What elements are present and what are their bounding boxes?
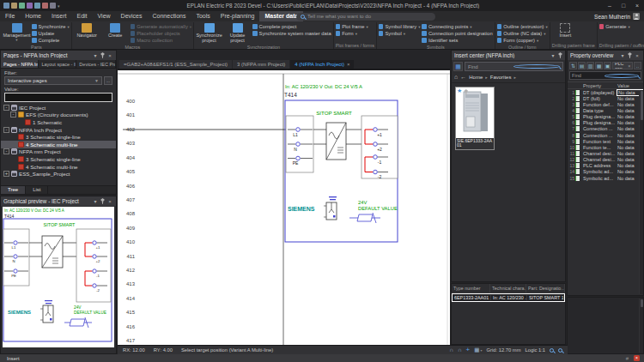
property-row[interactable]: 4Data typeNo data <box>568 107 643 113</box>
property-row[interactable]: 7Connection ...No data <box>568 126 643 132</box>
save-icon[interactable] <box>19 3 25 9</box>
generate-button[interactable]: Generate▾ <box>599 23 630 30</box>
property-row[interactable]: 1DT (displayed)No data <box>568 89 643 95</box>
copy-icon[interactable]: ▥ <box>586 62 594 69</box>
filter-select[interactable]: Interactive pages ▼ <box>4 76 102 85</box>
home-icon[interactable]: ⌂ <box>454 74 458 81</box>
menu-tab-connections[interactable]: Connections <box>148 11 191 21</box>
menu-tab-insert[interactable]: Insert <box>46 11 72 21</box>
pin-icon[interactable] <box>100 52 105 58</box>
insert-center-view-icon[interactable]: ▦ <box>453 62 463 71</box>
tree-item[interactable]: -NFPA Inch Project <box>1 126 116 134</box>
menu-tab-edit[interactable]: Edit <box>71 11 92 21</box>
paste-icon[interactable]: ▦ <box>595 62 603 69</box>
pin-icon[interactable] <box>628 52 632 58</box>
pin-icon[interactable] <box>100 198 105 204</box>
property-more-button[interactable]: .. <box>634 62 641 69</box>
print-icon[interactable] <box>42 3 48 9</box>
symbol-button[interactable]: Symbol▾ <box>379 30 421 37</box>
synchronize-button[interactable]: Synchronize▾ <box>32 23 70 30</box>
property-row[interactable]: 11Channel desi...No data <box>568 150 643 156</box>
tab-list[interactable]: List <box>26 186 48 194</box>
property-filter-select[interactable]: PLC con...× <box>612 62 633 69</box>
outline-nc-data--button[interactable]: Outline (NC data)▾ <box>497 30 548 37</box>
property-row[interactable]: 14Symbolic ad...No data <box>568 169 643 175</box>
menu-tab-devices[interactable]: Devices <box>116 11 148 21</box>
editor-tab[interactable]: 4 (NFPA Inch Project)× <box>290 60 354 69</box>
tree-item[interactable]: 4 Schematic multi-line <box>1 141 116 148</box>
tree-item[interactable]: -IEC Project <box>1 104 116 112</box>
user-account[interactable]: Sean Mulherin <box>594 11 644 21</box>
navigator-button[interactable]: Navigator <box>74 22 100 44</box>
parts-column-header[interactable]: Part: Designatio... <box>526 284 565 293</box>
property-row[interactable]: 15Symbolic ad...No data <box>568 175 643 181</box>
minimize-button[interactable]: – <box>603 0 617 11</box>
connection-point-designation-button[interactable]: Connection point designation <box>422 30 492 37</box>
tree-item[interactable]: -EFS (Circuitry documents) <box>1 112 116 119</box>
favorite-star-icon[interactable]: ★ <box>457 87 462 95</box>
list-view-icon[interactable]: ▤ <box>578 62 586 69</box>
form-button[interactable]: Form▾ <box>336 30 368 37</box>
property-row[interactable]: 5Plug designa...No data <box>568 114 643 120</box>
parts-table-row[interactable]: 6EP1333-2AA01In: AC 120/230 ...SITOP SMA… <box>452 293 565 302</box>
scrollbar[interactable] <box>639 90 643 294</box>
panel-close-icon[interactable]: × <box>106 51 113 60</box>
clear-filter-icon[interactable]: × <box>628 63 630 69</box>
close-button[interactable]: × <box>630 0 644 11</box>
plot-frame-button[interactable]: Plot frame▾ <box>336 23 368 30</box>
snap-icon[interactable]: ∩ <box>449 346 453 354</box>
schematic-canvas[interactable]: 4004014024034044054064074084094104114124… <box>118 70 450 345</box>
tree-item[interactable]: 3 Schematic single-line <box>1 155 116 163</box>
navigator-tab-2[interactable]: Devices - IEC Proj... <box>76 60 116 68</box>
synchronize-project-button[interactable]: Synchronize project <box>196 22 222 44</box>
crosshair-icon[interactable]: + <box>466 346 471 354</box>
table-icon[interactable]: ▣ <box>604 62 611 69</box>
close-tab-icon[interactable]: × <box>347 62 350 67</box>
favorite-part-tile[interactable]: ★ SIE.6EP1333-2AA01 <box>455 87 495 150</box>
pin-icon[interactable] <box>558 52 562 58</box>
update-button[interactable]: Update <box>32 30 70 37</box>
insert-center-find-input[interactable]: Find <box>465 62 563 71</box>
tree-expander-icon[interactable]: - <box>3 127 9 133</box>
parts-column-header[interactable]: Type number <box>452 284 490 293</box>
zoom-out-icon[interactable] <box>558 348 562 353</box>
filter-more-button[interactable]: ... <box>104 76 112 85</box>
property-row[interactable]: 12Channel desi...No data <box>568 157 643 163</box>
menu-tab-tools[interactable]: Tools <box>191 11 215 21</box>
qat-dropdown-icon[interactable]: ▾ <box>58 3 60 9</box>
grid-setting[interactable]: Grid: 12.70 mm <box>487 347 521 353</box>
tree-expander-icon[interactable]: - <box>3 105 9 111</box>
panel-close-icon[interactable]: × <box>634 51 641 60</box>
menu-tab-view[interactable]: View <box>93 11 116 21</box>
property-find-input[interactable]: Find <box>569 71 641 80</box>
tab-tree[interactable]: Tree <box>1 186 26 194</box>
maximize-button[interactable]: □ <box>617 0 630 11</box>
scrollbar[interactable] <box>639 299 643 353</box>
tree-item[interactable]: +ESS_Sample_Project <box>1 170 116 178</box>
refresh-icon[interactable] <box>50 3 56 9</box>
property-row[interactable]: 9Function textNo data <box>568 138 643 144</box>
panel-menu-icon[interactable]: ▾ <box>550 51 556 60</box>
panel-close-icon[interactable]: × <box>106 197 113 206</box>
object-snap-icon[interactable]: ∩ <box>458 346 462 354</box>
complete-button[interactable]: Complete <box>32 37 70 44</box>
tree-expander-icon[interactable]: + <box>3 171 9 177</box>
identifier-sets-button[interactable]: Identifier sets <box>422 37 492 44</box>
sort-icon[interactable]: ⇅ <box>569 62 577 69</box>
breadcrumb-home[interactable]: Home <box>469 75 483 80</box>
value-input[interactable] <box>4 93 112 102</box>
insert-button[interactable]: Insert <box>552 22 579 42</box>
form-copper--button[interactable]: Form (copper)▾ <box>497 37 548 44</box>
tell-me-search[interactable]: Tell me what you want to do <box>296 13 435 21</box>
navigator-tab-1[interactable]: Layout space - IE... <box>39 60 76 68</box>
synchronize-system-master-data-button[interactable]: Synchronize system master data <box>252 30 331 37</box>
panel-menu-icon[interactable]: ▾ <box>92 51 99 60</box>
outline-extrusion--button[interactable]: Outline (extrusion)▾ <box>497 23 548 30</box>
tree-item[interactable]: 1 Schematic <box>1 118 116 126</box>
open-icon[interactable] <box>11 3 17 9</box>
navigator-tab-0[interactable]: Pages - NFPA Inc... <box>1 60 39 68</box>
new-icon[interactable] <box>3 3 9 9</box>
logic-scale[interactable]: Logic 1:1 <box>525 347 545 353</box>
property-row[interactable]: 8Connection ...No data <box>568 132 643 138</box>
undo-icon[interactable] <box>27 3 33 9</box>
